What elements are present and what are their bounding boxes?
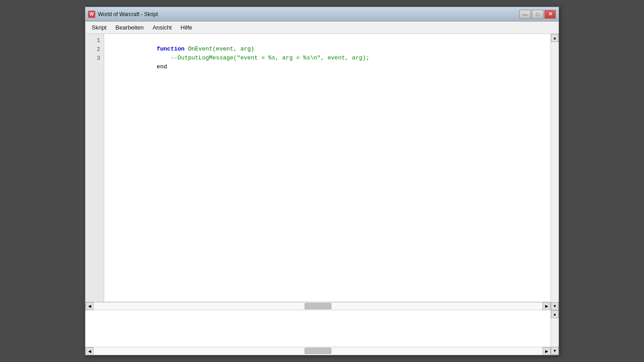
bottom-hscroll-thumb[interactable] [305,348,331,354]
vscroll-down-arrow[interactable]: ▼ [551,302,559,310]
keyword-function: function [157,46,184,52]
bottom-vscroll-track[interactable] [551,318,559,347]
bottom-hscroll-track[interactable] [93,347,542,355]
minimize-button[interactable]: — [519,10,531,19]
function-signature: OnEvent(event, arg) [185,46,254,52]
hscroll-thumb[interactable] [305,303,331,309]
bottom-hscrollbar: ◀ ▶ [85,347,551,355]
editor-inner: 1 2 3 function OnEvent(event, arg) --Out… [85,34,551,310]
hscroll-track[interactable] [93,303,542,310]
editor-panel: 1 2 3 function OnEvent(event, arg) --Out… [85,34,559,310]
menu-bearbeiten[interactable]: Bearbeiten [111,23,148,32]
vscroll-up-arrow[interactable]: ▲ [551,34,559,42]
line-numbers: 1 2 3 [85,34,104,302]
app-icon: W [88,11,95,18]
menu-hilfe[interactable]: Hilfe [176,23,197,32]
menu-skript[interactable]: Skript [87,23,111,32]
comment-line: --OutputLogMessage("event = %s, arg = %s… [157,55,369,61]
editor-hscrollbar: ◀ ▶ [85,302,551,310]
bottom-vscrollbar: ▲ ▼ [551,310,559,355]
code-editor: 1 2 3 function OnEvent(event, arg) --Out… [85,34,551,302]
bottom-vscroll-up-arrow[interactable]: ▲ [551,310,559,318]
window-controls: — □ ✕ [519,10,556,19]
line-num-3: 3 [85,54,104,63]
maximize-button[interactable]: □ [532,10,543,19]
vscroll-track[interactable] [551,42,559,302]
close-button[interactable]: ✕ [544,10,556,19]
line-num-1: 1 [85,36,104,45]
bottom-hscroll-right-arrow[interactable]: ▶ [542,347,551,355]
hscroll-left-arrow[interactable]: ◀ [85,302,93,310]
bottom-panel: ◀ ▶ ▲ ▼ [85,310,559,355]
main-content: 1 2 3 function OnEvent(event, arg) --Out… [85,34,559,355]
bottom-vscroll-down-arrow[interactable]: ▼ [551,347,559,355]
titlebar: W World of Warcraft - Skript — □ ✕ [85,7,559,21]
application-window: W World of Warcraft - Skript — □ ✕ Skrip… [85,7,559,355]
editor-vscrollbar: ▲ ▼ [551,34,559,310]
menu-ansicht[interactable]: Ansicht [148,23,176,32]
code-content[interactable]: function OnEvent(event, arg) --OutputLog… [104,34,551,302]
menubar: Skript Bearbeiten Ansicht Hilfe [85,21,559,34]
code-line-1: function OnEvent(event, arg) [108,36,547,45]
bottom-hscroll-left-arrow[interactable]: ◀ [85,347,93,355]
bottom-editor-panel: ◀ ▶ ▲ ▼ [85,310,559,355]
bottom-editor-inner: ◀ ▶ [85,310,551,355]
hscroll-right-arrow[interactable]: ▶ [542,302,551,310]
line-num-2: 2 [85,45,104,54]
keyword-end: end [157,63,167,70]
bottom-editor-content[interactable] [85,310,551,347]
window-title: World of Warcraft - Skript [98,11,519,17]
